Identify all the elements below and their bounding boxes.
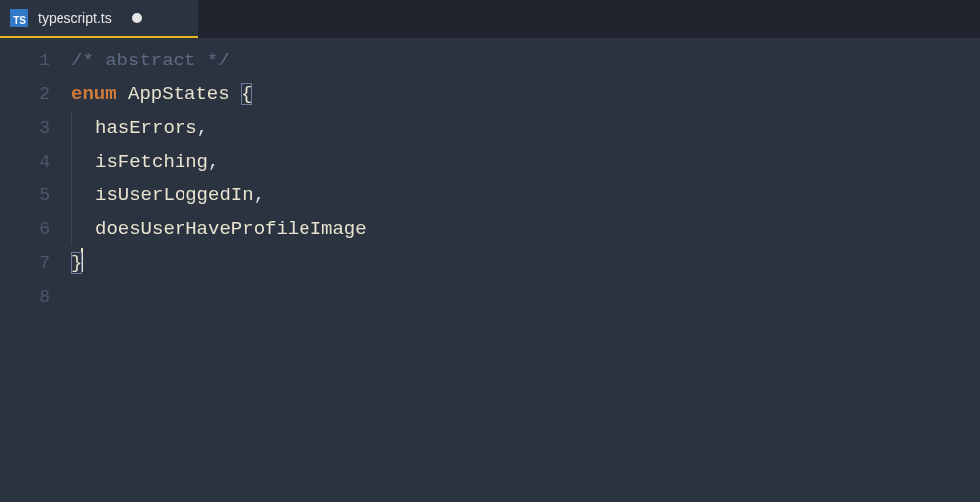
code-line[interactable]: } [71,246,980,280]
code-line[interactable]: isFetching, [71,145,980,179]
line-number: 8 [39,280,50,314]
tab-typescript[interactable]: TS typescript.ts [0,0,198,38]
token-space [230,83,241,105]
line-number: 7 [39,246,50,280]
code-line[interactable]: doesUserHaveProfileImage [71,212,980,246]
token-punct: , [254,185,265,206]
token-ident: isUserLoggedIn [95,185,254,206]
line-number: 5 [39,179,50,212]
indent-guide [71,111,95,145]
code-line[interactable]: isUserLoggedIn, [71,179,980,212]
line-number: 1 [39,44,50,77]
token-type: AppStates [128,83,230,105]
code-line[interactable]: enum AppStates { [71,77,980,111]
indent-guide [71,212,95,246]
typescript-icon: TS [10,9,28,27]
line-number: 2 [39,77,50,111]
code-line[interactable] [71,280,980,314]
code-editor[interactable]: 12345678 /* abstract */enum AppStates {h… [0,38,980,502]
line-number-gutter: 12345678 [0,44,71,502]
token-brace-match: { [241,83,252,105]
token-ident: hasErrors [95,117,197,139]
text-cursor [81,248,83,272]
line-number: 4 [39,145,50,179]
code-line[interactable]: /* abstract */ [71,44,980,77]
code-area[interactable]: /* abstract */enum AppStates {hasErrors,… [71,44,980,502]
code-line[interactable]: hasErrors, [71,111,980,145]
token-keyword: enum [71,83,117,105]
tab-title: typescript.ts [38,10,112,26]
line-number: 6 [39,212,50,246]
unsaved-indicator-icon [132,13,142,23]
tab-bar: TS typescript.ts [0,0,980,38]
token-punct: , [197,117,208,139]
indent-guide [71,179,95,212]
line-number: 3 [39,111,50,145]
token-comment: /* abstract */ [71,50,230,71]
token-ident: isFetching [95,151,208,173]
token-space [117,83,128,105]
token-ident: doesUserHaveProfileImage [95,218,367,240]
indent-guide [71,145,95,179]
token-punct: , [208,151,219,173]
